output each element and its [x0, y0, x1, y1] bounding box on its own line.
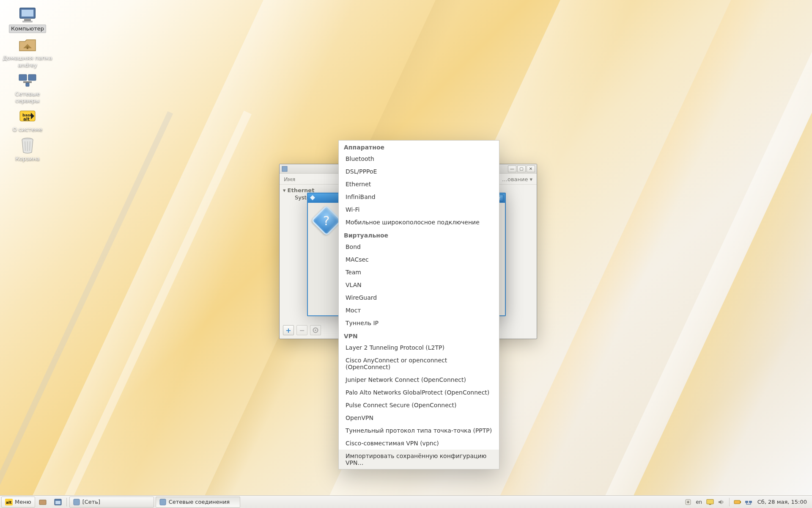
chevron-down-icon: ▾ [529, 176, 532, 182]
plus-icon: + [285, 326, 291, 334]
tray-network-icon[interactable] [745, 498, 752, 506]
desktop-icon-label: Компьютер [9, 25, 46, 33]
menu-item[interactable]: Palo Alto Networks GlobalProtect (OpenCo… [339, 386, 499, 399]
menu-item[interactable]: Juniper Network Connect (OpenConnect) [339, 373, 499, 386]
desktop-icons: Компьютер Домашняя папка andrey Сетевые … [0, 4, 59, 163]
menu-item[interactable]: Туннельный протокол типа точка-точка (PP… [339, 424, 499, 437]
desktop-icon-label: Домашняя папка andrey [1, 54, 54, 69]
menu-item[interactable]: Wi-Fi [339, 203, 499, 216]
desktop-icon-label: Сетевые серверы [1, 90, 54, 105]
tray-battery-icon[interactable] [734, 498, 741, 506]
desktop-icon-network-servers[interactable]: Сетевые серверы [0, 70, 55, 106]
svg-rect-29 [709, 504, 711, 505]
menu-item[interactable]: MACsec [339, 253, 499, 266]
column-header-used[interactable]: …ование ▾ [502, 176, 532, 182]
svg-text:alt: alt [23, 117, 30, 121]
svg-rect-22 [39, 500, 46, 505]
svg-point-18 [315, 329, 316, 331]
file-manager-icon [54, 499, 62, 505]
svg-rect-26 [160, 499, 166, 505]
svg-rect-16 [282, 166, 287, 171]
svg-rect-6 [28, 75, 36, 80]
task-label: Сетевые соединения [169, 499, 230, 505]
close-button[interactable]: ✕ [527, 166, 535, 172]
svg-rect-1 [22, 10, 33, 17]
task-label: [Сеть] [82, 499, 100, 505]
menu-item[interactable]: Layer 2 Tunneling Protocol (L2TP) [339, 341, 499, 354]
question-icon: ? [311, 205, 342, 236]
menu-item[interactable]: Cisco AnyConnect or openconnect (OpenCon… [339, 354, 499, 373]
add-connection-button[interactable]: + [283, 325, 294, 335]
menu-item[interactable]: VLAN [339, 279, 499, 291]
show-desktop-button[interactable] [35, 497, 50, 508]
maximize-button[interactable]: ▢ [517, 166, 526, 172]
menu-section-header: Виртуальное [339, 229, 499, 240]
connection-type-menu: АппаратноеBluetoothDSL/PPPoEEthernetInfi… [338, 140, 499, 469]
basealt-logo-icon: base alt [17, 107, 38, 125]
svg-rect-32 [745, 501, 748, 503]
menu-section-header: VPN [339, 329, 499, 341]
menu-item[interactable]: InfiniBand [339, 190, 499, 203]
svg-rect-4 [27, 47, 28, 49]
menu-section-header: Аппаратное [339, 141, 499, 152]
svg-rect-2 [24, 19, 31, 21]
menu-item[interactable]: Bond [339, 240, 499, 253]
svg-rect-33 [749, 501, 752, 503]
svg-rect-8 [26, 83, 29, 86]
remove-connection-button[interactable]: − [296, 325, 307, 335]
desktop-icon-about[interactable]: base alt О системе [0, 105, 55, 134]
computer-icon [17, 6, 38, 24]
menu-item[interactable]: Ethernet [339, 178, 499, 190]
menu-label: Меню [15, 499, 31, 505]
svg-rect-5 [19, 75, 27, 80]
gear-icon [313, 327, 318, 333]
show-desktop-icon [39, 499, 47, 505]
svg-rect-7 [23, 81, 32, 83]
desktop-icon-trash[interactable]: Корзина [0, 135, 55, 163]
minus-icon: − [299, 326, 304, 334]
system-tray: en Сб, 28 мая, 15:00 [684, 498, 812, 506]
tray-display-icon[interactable] [706, 498, 714, 506]
edit-connection-button[interactable] [310, 325, 321, 335]
task-item-net-settings[interactable]: [Сеть] [69, 497, 154, 508]
svg-rect-3 [22, 21, 33, 22]
task-item-nm-connections[interactable]: Сетевые соединения [156, 497, 240, 508]
desktop-icon-home[interactable]: Домашняя папка andrey [0, 34, 55, 70]
network-servers-icon [17, 72, 38, 89]
menu-item[interactable]: Мост [339, 304, 499, 317]
menu-item[interactable]: Team [339, 266, 499, 279]
menu-item[interactable]: OpenVPN [339, 411, 499, 424]
menu-item[interactable]: WireGuard [339, 291, 499, 304]
minimize-button[interactable]: — [508, 166, 516, 172]
tray-volume-icon[interactable] [717, 498, 725, 506]
taskbar: alt Меню [Сеть] Сетевые соединения en [0, 495, 812, 508]
desktop-icon-label: Корзина [14, 155, 41, 163]
menu-item[interactable]: Bluetooth [339, 152, 499, 165]
menu-item[interactable]: Cisco-совместимая VPN (vpnc) [339, 437, 499, 450]
menu-item[interactable]: DSL/PPPoE [339, 165, 499, 178]
start-menu-button[interactable]: alt Меню [1, 497, 35, 508]
svg-rect-31 [740, 501, 741, 503]
svg-rect-28 [707, 499, 713, 504]
menu-item[interactable]: Pulse Connect Secure (OpenConnect) [339, 399, 499, 411]
svg-rect-25 [74, 499, 80, 505]
menu-item[interactable]: Импортировать сохранённую конфигурацию V… [339, 450, 499, 469]
menu-item[interactable]: Туннель IP [339, 317, 499, 329]
dialog-app-icon [310, 195, 316, 202]
svg-text:alt: alt [6, 500, 12, 505]
window-app-icon [281, 166, 288, 172]
svg-rect-30 [734, 500, 740, 504]
tray-keyboard-layout[interactable]: en [695, 498, 703, 506]
home-folder-icon [17, 36, 38, 53]
menu-item[interactable]: Мобильное широкополосное подключение [339, 216, 499, 229]
desktop-icon-computer[interactable]: Компьютер [0, 4, 55, 34]
clock[interactable]: Сб, 28 мая, 15:00 [756, 499, 809, 505]
file-manager-button[interactable] [50, 497, 66, 508]
svg-rect-24 [55, 501, 60, 504]
settings-icon [73, 499, 80, 505]
trash-icon [17, 136, 38, 154]
desktop-icon-label: О системе [11, 126, 44, 133]
tray-updates-icon[interactable] [684, 498, 692, 506]
basealt-menu-icon: alt [5, 499, 13, 505]
chevron-down-icon: ▾ [283, 187, 286, 193]
